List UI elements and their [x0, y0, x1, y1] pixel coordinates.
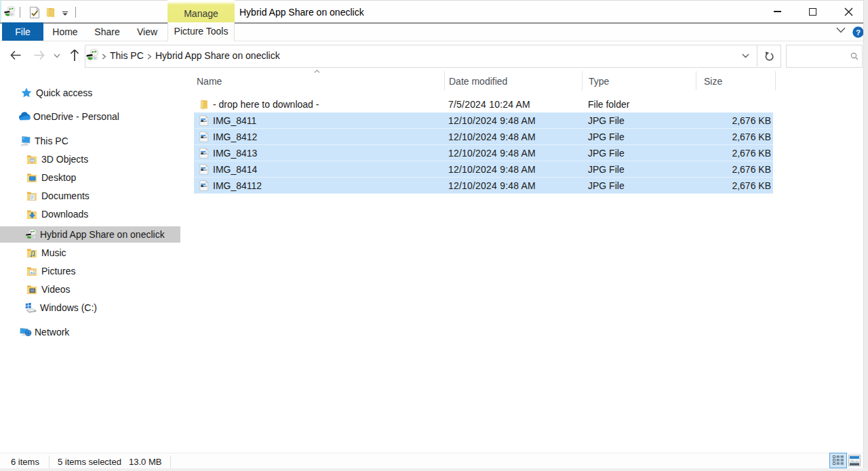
svg-text:?: ?	[856, 28, 861, 37]
